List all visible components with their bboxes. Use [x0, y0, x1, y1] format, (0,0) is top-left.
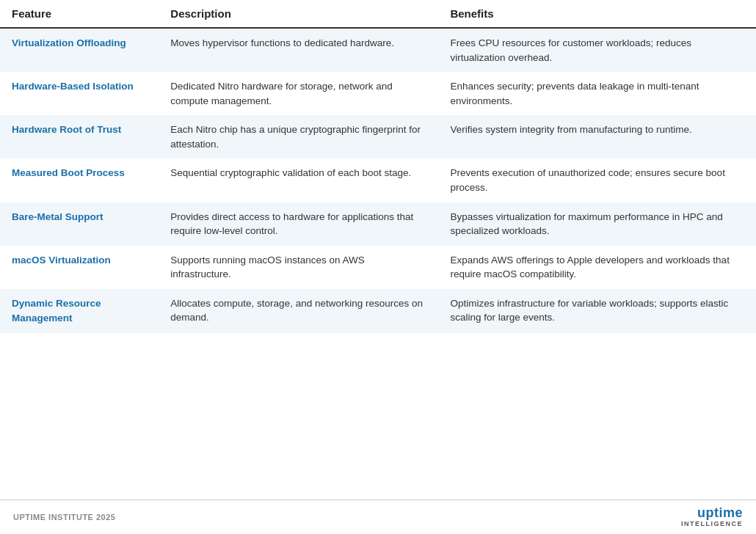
table-row: Measured Boot ProcessSequential cryptogr…: [0, 158, 756, 202]
col-header-description: Description: [159, 0, 438, 28]
cell-feature: Dynamic Resource Management: [0, 289, 159, 333]
feature-name-text: Virtualization Offloading: [12, 37, 126, 48]
cell-description: Moves hypervisor functions to dedicated …: [159, 28, 438, 72]
cell-feature: Hardware-Based Isolation: [0, 72, 159, 115]
col-header-feature: Feature: [0, 0, 159, 28]
footer-logo: uptime INTELLIGENCE: [681, 506, 743, 528]
feature-name-text: Measured Boot Process: [12, 167, 125, 178]
cell-benefits: Frees CPU resources for customer workloa…: [438, 28, 756, 72]
table-row: Bare-Metal SupportProvides direct access…: [0, 202, 756, 246]
cell-benefits: Optimizes infrastructure for variable wo…: [438, 289, 756, 333]
table-header-row: Feature Description Benefits: [0, 0, 756, 28]
cell-description: Allocates compute, storage, and networki…: [159, 289, 438, 333]
logo-intelligence-text: INTELLIGENCE: [681, 521, 743, 528]
cell-description: Each Nitro chip has a unique cryptograph…: [159, 115, 438, 158]
logo-uptime-text: uptime: [697, 506, 743, 521]
cell-description: Sequential cryptographic validation of e…: [159, 158, 438, 202]
features-table: Feature Description Benefits Virtualizat…: [0, 0, 756, 333]
cell-description: Supports running macOS instances on AWS …: [159, 246, 438, 289]
cell-description: Dedicated Nitro hardware for storage, ne…: [159, 72, 438, 115]
cell-benefits: Expands AWS offerings to Apple developer…: [438, 246, 756, 289]
cell-feature: Bare-Metal Support: [0, 202, 159, 246]
feature-name-text: Dynamic Resource Management: [12, 298, 101, 323]
table-row: Hardware-Based IsolationDedicated Nitro …: [0, 72, 756, 115]
table-row: Dynamic Resource ManagementAllocates com…: [0, 289, 756, 333]
feature-name-text: Hardware Root of Trust: [12, 124, 121, 135]
cell-feature: macOS Virtualization: [0, 246, 159, 289]
footer-copyright: UPTIME INSTITUTE 2025: [13, 513, 115, 522]
cell-description: Provides direct access to hardware for a…: [159, 202, 438, 246]
table-row: Hardware Root of TrustEach Nitro chip ha…: [0, 115, 756, 158]
uptime-intelligence-logo: uptime INTELLIGENCE: [681, 506, 743, 528]
cell-feature: Virtualization Offloading: [0, 28, 159, 72]
page-footer: UPTIME INSTITUTE 2025 uptime INTELLIGENC…: [0, 500, 756, 534]
feature-name-text: Hardware-Based Isolation: [12, 81, 134, 92]
main-table-container: Feature Description Benefits Virtualizat…: [0, 0, 756, 500]
cell-feature: Hardware Root of Trust: [0, 115, 159, 158]
cell-benefits: Enhances security; prevents data leakage…: [438, 72, 756, 115]
table-row: macOS VirtualizationSupports running mac…: [0, 246, 756, 289]
feature-name-text: macOS Virtualization: [12, 255, 111, 266]
col-header-benefits: Benefits: [438, 0, 756, 28]
cell-feature: Measured Boot Process: [0, 158, 159, 202]
table-row: Virtualization OffloadingMoves hyperviso…: [0, 28, 756, 72]
feature-name-text: Bare-Metal Support: [12, 211, 103, 222]
cell-benefits: Bypasses virtualization for maximum perf…: [438, 202, 756, 246]
cell-benefits: Verifies system integrity from manufactu…: [438, 115, 756, 158]
cell-benefits: Prevents execution of unauthorized code;…: [438, 158, 756, 202]
